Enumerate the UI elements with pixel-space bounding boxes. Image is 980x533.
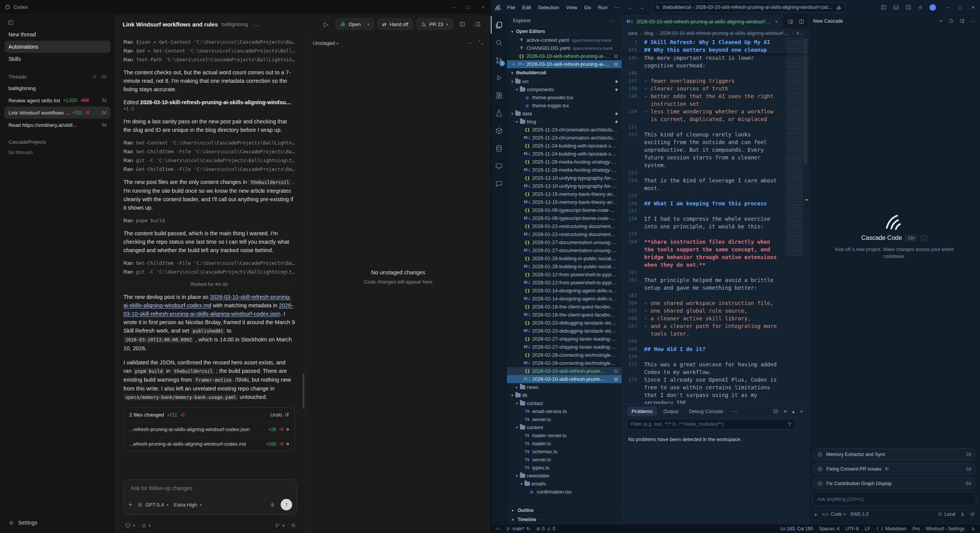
editor[interactable]: 1# Skill Refresh: Why I Cleaned Up My AI… [622, 38, 808, 404]
sidebar-thread[interactable]: Review agent skills list+1,020-4863d [5, 94, 110, 107]
cascade-mode-selector[interactable]: </>Code▾ [822, 512, 846, 517]
activity-database-icon[interactable] [491, 139, 507, 157]
tree-row[interactable]: M↓2025-11-28-media-hosting-strategy-… [507, 166, 622, 174]
tree-row[interactable]: {}2025-11-23-chronomation-architectu… [507, 126, 622, 134]
menu-item[interactable]: View [563, 2, 581, 12]
maximize-button[interactable]: □ [959, 5, 962, 10]
cascade-add-icon[interactable]: + [814, 511, 817, 518]
breadcrumb-segment[interactable]: data [628, 31, 637, 36]
recent-conversation[interactable]: Fixing Consent PR Issues↻3d [812, 463, 976, 475]
open-editor-row[interactable]: Yactive-context.yamlspecs\memory-bank [507, 36, 622, 44]
nav-forward-icon[interactable]: → [639, 4, 645, 10]
explorer-more-icon[interactable]: ⋯ [611, 18, 616, 24]
local-toggle[interactable]: Local [938, 512, 955, 517]
panel-list-icon[interactable]: ≡ [784, 408, 787, 414]
tree-row[interactable]: {}2025-11-24-building-with-tanstack-s… [507, 142, 622, 150]
close-button[interactable]: × [481, 4, 484, 10]
toggle-secondary-sidebar-icon[interactable] [905, 4, 911, 10]
tree-row[interactable]: ▾components [507, 85, 622, 93]
tree-row[interactable]: ◎theme-toggle.tsx [507, 102, 622, 110]
activity-docker-icon[interactable] [491, 122, 507, 139]
problems-status[interactable]: ⊘0 ⚠0 [536, 526, 555, 531]
sort-threads-icon[interactable] [92, 74, 97, 79]
minimize-button[interactable]: – [946, 5, 949, 10]
environment-selector[interactable]: ▾ [125, 523, 135, 528]
windsurf-settings-status[interactable]: Windsurf - Settings [926, 526, 965, 531]
bell-icon[interactable] [971, 526, 975, 531]
composer-input[interactable]: Ask for follow-up changes [128, 484, 292, 499]
tree-row[interactable]: ▾data [507, 110, 622, 118]
tree-row[interactable]: TSschemas.ts [507, 448, 622, 456]
markdown-preview-icon[interactable] [788, 19, 793, 25]
nav-back-icon[interactable]: ← [628, 4, 633, 10]
close-tab-icon[interactable]: × [775, 19, 778, 25]
composer[interactable]: Ask for follow-up changes + GPT-5.4 ▾ Ex… [123, 479, 297, 515]
collapse-threads-icon[interactable] [102, 74, 107, 79]
tree-row[interactable]: {}2025-11-28-media-hosting-strategy-… [507, 158, 622, 166]
recent-conversation[interactable]: Fix Contribution Graph Display6d [812, 477, 976, 489]
warnings-selector[interactable]: ⚠ ▾ [142, 523, 151, 528]
panel-more-icon[interactable]: ⋯ [730, 408, 740, 414]
tree-row[interactable]: {}2026-02-18-the-client-quest-faceboo… [507, 303, 622, 311]
cursor-position[interactable]: Ln 183, Col 150 [780, 526, 813, 531]
tree-row[interactable]: TSloader-server.ts [507, 431, 622, 440]
cascade-send-icon[interactable] [970, 512, 975, 517]
workspace-header[interactable]: ▾thebuildercoil [507, 68, 622, 77]
tree-row[interactable]: ▾content [507, 423, 622, 431]
tree-row[interactable]: M↓2025-12-15-memory-bank-theory-an… [507, 198, 622, 206]
account-avatar[interactable] [929, 4, 936, 11]
sidebar-thread[interactable]: Link Windsurf workflows ...+211-03d [5, 107, 110, 119]
timeline-section[interactable]: ▸Timeline [507, 515, 622, 524]
eol-status[interactable]: LF [865, 526, 870, 531]
tree-row[interactable]: TSemail-service.ts [507, 407, 622, 415]
menu-item[interactable]: ⋯ [611, 2, 623, 12]
refresh-icon[interactable]: ↻ [291, 523, 296, 528]
tree-row[interactable]: {}2026-01-27-documentation-unsung-… [507, 238, 622, 246]
toggle-sidebar-icon[interactable] [881, 4, 887, 10]
tree-row[interactable]: M↓2026-01-06-typescript-biome-code-… [507, 214, 622, 222]
diff-file-row[interactable]: ...refresh-pruning-ai-skills-aligning-wi… [124, 422, 294, 437]
send-button[interactable]: ↑ [281, 499, 292, 510]
minimize-button[interactable]: – [452, 4, 455, 10]
sidebar-thread[interactable]: Read https://smithery.ai/skill...3d [5, 119, 110, 131]
cascade-history-icon[interactable] [949, 18, 954, 24]
tree-row[interactable]: M↓2025-11-24-building-with-tanstack-s… [507, 150, 622, 158]
tree-row[interactable]: ▾lib [507, 391, 622, 399]
model-selector[interactable]: GPT-5.4 ▾ [138, 502, 168, 508]
indentation-status[interactable]: Spaces: 4 [819, 526, 839, 531]
tree-row[interactable]: ◎theme-provider.tsx [507, 93, 622, 102]
settings-button[interactable]: Settings [5, 516, 110, 529]
sidebar-toggle-icon[interactable] [5, 17, 110, 28]
tree-row[interactable]: {}2025-12-10-unifying-typography-for-… [507, 174, 622, 182]
tree-row[interactable]: M↓2026-02-27-shipping-faster-loading-… [507, 343, 622, 351]
new-cascade-icon[interactable]: + [939, 18, 942, 24]
tree-row[interactable]: M↓2026-02-28-connecting-technologies… [507, 359, 622, 367]
tree-row[interactable]: ▾contact [507, 399, 622, 407]
sidebar-item-automations[interactable]: Automations [5, 41, 110, 53]
chat-scrollbar[interactable] [303, 374, 304, 409]
tree-row[interactable]: {}2026-01-22-restructuring-documenta… [507, 222, 622, 230]
breadcrumb-segment[interactable]: 2026-03-10-skill-refresh-pruning-ai-skil… [660, 31, 789, 36]
activity-source-control-icon[interactable]: 3 [491, 51, 507, 69]
tree-row[interactable]: TStypes.ts [507, 464, 622, 472]
tree-row[interactable]: {}2025-12-15-memory-bank-theory-an… [507, 190, 622, 198]
tree-row[interactable]: M↓2025-11-23-chronomation-architectu… [507, 134, 622, 142]
tree-row[interactable]: M↓2026-02-14-designing-agent-skills-u… [507, 295, 622, 303]
panel-layout-icon[interactable] [773, 408, 778, 414]
problems-filter-input[interactable]: Filter (e.g. text, **/*.ts, !**/node_mod… [627, 419, 796, 430]
activity-extensions-icon[interactable] [491, 87, 507, 104]
tree-row[interactable]: {}2026-02-12-from-powershell-to-pypi… [507, 271, 622, 279]
sidebar-item-skills[interactable]: Skills [5, 53, 110, 65]
menu-item[interactable]: Edit [519, 2, 534, 12]
menu-item[interactable]: Selection [534, 2, 563, 12]
activity-chat-icon[interactable] [491, 175, 507, 192]
tree-row[interactable]: {}2026-01-06-typescript-biome-code-… [507, 206, 622, 214]
cascade-mic-icon[interactable] [960, 512, 965, 517]
activity-explorer-icon[interactable] [491, 16, 507, 34]
tree-row[interactable]: {}2026-01-28-building-in-public-social… [507, 254, 622, 262]
tree-row[interactable]: {}2026-02-27-shipping-faster-loading-… [507, 335, 622, 343]
tree-row[interactable]: {}2026-02-14-designing-agent-skills-u… [507, 287, 622, 295]
tree-row[interactable]: ▾newsletter [507, 472, 622, 480]
recent-conversation[interactable]: Memory Extractor and Sync2d [812, 448, 976, 460]
breadcrumb-segment[interactable]: #… [796, 31, 804, 36]
